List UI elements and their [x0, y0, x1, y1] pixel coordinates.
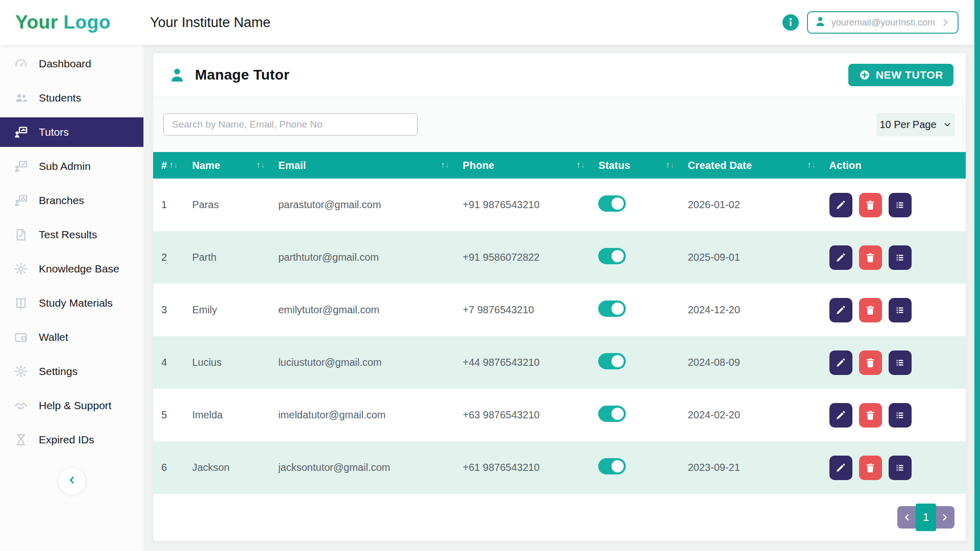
sidebar-item-help-support[interactable]: Help & Support [0, 391, 143, 420]
sidebar-item-students[interactable]: Students [0, 83, 143, 113]
created-date: 2024-02-20 [688, 409, 829, 421]
details-button[interactable] [889, 456, 912, 480]
sidebar-item-label: Test Results [39, 229, 97, 241]
delete-button[interactable] [859, 403, 882, 428]
logo-text-primary: Your [15, 12, 58, 33]
delete-button[interactable] [859, 245, 882, 270]
sidebar-item-sub-admin[interactable]: Sub Admin [0, 152, 143, 181]
column-header-created-date[interactable]: Created Date ↑↓ [688, 160, 829, 171]
details-button[interactable] [889, 298, 912, 322]
sidebar-item-label: Sub Admin [39, 160, 91, 172]
column-header-status[interactable]: Status ↑↓ [598, 160, 688, 171]
status-toggle[interactable] [598, 353, 626, 369]
row-number: 3 [153, 304, 192, 316]
plus-circle-icon [859, 69, 871, 81]
search-input[interactable] [163, 113, 418, 136]
sort-icon[interactable]: ↑↓ [169, 160, 178, 170]
edit-button[interactable] [829, 193, 852, 217]
scrollbar[interactable] [974, 0, 980, 551]
per-page-select[interactable]: 10 Per Page [876, 113, 955, 136]
tutor-phone: +91 9586072822 [463, 252, 599, 263]
new-tutor-button[interactable]: NEW TUTOR [848, 64, 953, 86]
sidebar-item-expired-ids[interactable]: Expired IDs [0, 425, 143, 455]
table-row: 5 Imelda imeldatutor@gmail.com +63 98765… [153, 389, 966, 441]
manage-tutor-card: Manage Tutor NEW TUTOR 10 Per Page # ↑↓ … [153, 53, 966, 541]
sidebar-item-label: Settings [39, 365, 78, 378]
column-header-email[interactable]: Email ↑↓ [278, 160, 462, 171]
sidebar-item-knowledge-base[interactable]: Knowledge Base [0, 254, 143, 284]
account-menu[interactable]: youremail@yourInsti.com [807, 11, 959, 34]
table-body: 1 Paras parastutor@gmail.com +91 9876543… [153, 179, 966, 494]
sidebar-item-dashboard[interactable]: Dashboard [0, 49, 143, 79]
next-page-button[interactable] [935, 506, 954, 529]
table-row: 4 Lucius luciustutor@gmail.com +44 98765… [153, 336, 966, 389]
tutor-phone: +7 9876543210 [463, 304, 599, 316]
info-icon[interactable] [782, 14, 799, 31]
sidebar-item-branches[interactable]: Branches [0, 186, 143, 215]
status-toggle[interactable] [598, 458, 626, 474]
details-button[interactable] [889, 245, 912, 270]
gauge-icon [13, 56, 29, 71]
tutor-email: emilytutor@gmail.com [278, 304, 462, 316]
details-button[interactable] [889, 403, 912, 428]
details-button[interactable] [889, 193, 912, 217]
table-header-row: # ↑↓ Name ↑↓ Email ↑↓ Phone ↑↓ Status ↑↓… [153, 152, 966, 179]
sort-icon[interactable]: ↑↓ [256, 160, 265, 170]
edit-button[interactable] [829, 403, 852, 428]
edit-button[interactable] [829, 245, 852, 270]
sidebar-item-study-materials[interactable]: Study Materials [0, 288, 143, 318]
sort-icon[interactable]: ↑↓ [807, 160, 816, 170]
chevron-right-icon [940, 17, 950, 28]
institute-name: Your Institute Name [150, 15, 271, 31]
sidebar-item-label: Tutors [39, 126, 69, 138]
pencil-icon [835, 252, 846, 263]
top-header: Your Logo Your Institute Name youremail@… [0, 0, 980, 45]
sidebar-item-label: Branches [39, 194, 84, 207]
column-header-name[interactable]: Name ↑↓ [192, 160, 278, 171]
toggle-knob [611, 408, 624, 420]
tutor-phone: +44 9876543210 [463, 357, 599, 368]
column-header-action: Action [829, 160, 966, 171]
details-button[interactable] [889, 350, 912, 375]
trash-icon [865, 462, 876, 473]
sort-icon[interactable]: ↑↓ [576, 160, 585, 170]
chevron-left-icon [66, 474, 78, 488]
tutor-phone: +63 9876543210 [463, 409, 599, 421]
trash-icon [865, 252, 876, 263]
chevron-right-icon [940, 512, 950, 522]
previous-page-button[interactable] [897, 506, 917, 529]
sidebar-item-test-results[interactable]: Test Results [0, 220, 143, 249]
user-icon [814, 15, 826, 30]
delete-button[interactable] [859, 350, 882, 375]
sidebar-item-wallet[interactable]: Wallet [0, 322, 143, 352]
list-icon [894, 305, 905, 316]
sidebar-item-label: Expired IDs [39, 434, 94, 446]
pencil-icon [835, 357, 846, 368]
table-row: 3 Emily emilytutor@gmail.com +7 98765432… [153, 284, 966, 336]
status-toggle[interactable] [598, 406, 626, 422]
status-toggle[interactable] [598, 195, 626, 212]
delete-button[interactable] [859, 298, 882, 322]
sidebar-item-settings[interactable]: Settings [0, 357, 143, 386]
edit-button[interactable] [829, 350, 852, 375]
column-header-phone[interactable]: Phone ↑↓ [463, 160, 599, 171]
sidebar-collapse-button[interactable] [58, 467, 86, 495]
delete-button[interactable] [859, 456, 882, 480]
list-icon [894, 252, 905, 263]
status-toggle[interactable] [598, 248, 626, 264]
wallet-icon [13, 330, 29, 345]
gear-icon [13, 364, 29, 379]
row-number: 1 [153, 199, 192, 211]
edit-button[interactable] [829, 298, 852, 322]
branches-icon [13, 193, 29, 208]
row-number: 2 [153, 252, 192, 263]
current-page[interactable]: 1 [916, 504, 936, 531]
toggle-knob [611, 355, 624, 367]
sort-icon[interactable]: ↑↓ [440, 160, 449, 170]
sort-icon[interactable]: ↑↓ [666, 160, 674, 170]
column-header-num[interactable]: # ↑↓ [153, 160, 192, 171]
edit-button[interactable] [829, 456, 852, 480]
delete-button[interactable] [859, 193, 882, 217]
status-toggle[interactable] [598, 300, 626, 317]
sidebar-item-tutors[interactable]: Tutors [0, 117, 143, 147]
